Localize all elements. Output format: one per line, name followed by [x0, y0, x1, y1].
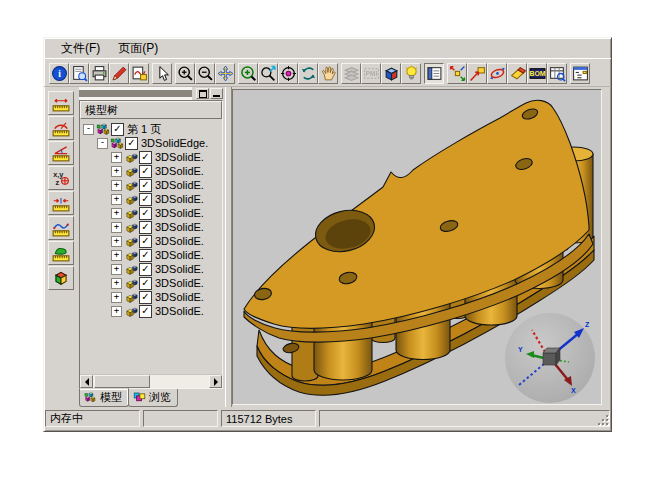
- orientation-sphere[interactable]: Z X Y: [505, 313, 595, 403]
- toolbar-group-1: [152, 63, 172, 84]
- measure-radius-button[interactable]: [48, 116, 74, 140]
- expander-minus[interactable]: -: [83, 124, 94, 135]
- visibility-checkbox[interactable]: ✓: [111, 123, 124, 136]
- visibility-checkbox[interactable]: ✓: [139, 151, 152, 164]
- measure-length-button[interactable]: [48, 91, 74, 115]
- panel-gripper[interactable]: [77, 87, 225, 100]
- part-icon: [124, 248, 139, 263]
- tree-item-label: 3DSolidE.: [155, 151, 204, 163]
- visibility-checkbox[interactable]: ✓: [139, 165, 152, 178]
- measure-curve-button[interactable]: [48, 216, 74, 240]
- scrollbar-thumb[interactable]: [94, 375, 150, 388]
- pan-button[interactable]: [215, 63, 235, 84]
- panel-hide-button[interactable]: [210, 88, 223, 99]
- panel-grip-handle[interactable]: [79, 87, 192, 100]
- tree-horizontal-scrollbar[interactable]: [80, 374, 222, 388]
- measure-radius-icon: [52, 119, 70, 137]
- cursor-icon: [154, 65, 171, 82]
- expander-plus[interactable]: +: [111, 292, 122, 303]
- tree-item-label: 3DSolidE.: [155, 277, 204, 289]
- visibility-checkbox[interactable]: ✓: [139, 291, 152, 304]
- panel-restore-button[interactable]: [196, 88, 209, 99]
- visibility-checkbox[interactable]: ✓: [139, 277, 152, 290]
- markup-manager-button[interactable]: [129, 63, 149, 84]
- expander-plus[interactable]: +: [111, 194, 122, 205]
- info-button[interactable]: [49, 63, 69, 84]
- measure-volume-button[interactable]: [48, 266, 74, 290]
- visibility-checkbox[interactable]: ✓: [139, 305, 152, 318]
- expander-plus[interactable]: +: [111, 166, 122, 177]
- orbit-button[interactable]: [298, 63, 318, 84]
- zoom-in-button[interactable]: [175, 63, 195, 84]
- zoom-extents-button[interactable]: [258, 63, 278, 84]
- part-icon: [124, 234, 139, 249]
- expander-plus[interactable]: +: [111, 264, 122, 275]
- visibility-checkbox[interactable]: ✓: [125, 137, 138, 150]
- markup-icon: [131, 65, 148, 82]
- expander-plus[interactable]: +: [111, 278, 122, 289]
- measure-length-icon: [52, 94, 70, 112]
- markup-pen-button[interactable]: [109, 63, 129, 84]
- view-orientation-button[interactable]: [381, 63, 401, 84]
- status-panel-2: 115712 Bytes: [221, 410, 316, 427]
- expander-plus[interactable]: +: [111, 152, 122, 163]
- measure-angle-icon: [52, 144, 70, 162]
- visibility-checkbox[interactable]: ✓: [139, 207, 152, 220]
- panel-splitter[interactable]: [225, 87, 232, 407]
- visibility-checkbox[interactable]: ✓: [139, 221, 152, 234]
- tree-item-label: 3DSolidE.: [155, 249, 204, 261]
- visibility-checkbox[interactable]: ✓: [139, 235, 152, 248]
- visibility-checkbox[interactable]: ✓: [139, 263, 152, 276]
- measure-angle-button[interactable]: [48, 141, 74, 165]
- measure-distance-button[interactable]: [48, 191, 74, 215]
- menu-item-file[interactable]: 文件(F): [52, 38, 109, 59]
- scroll-right-button[interactable]: [209, 375, 222, 388]
- tree-row-part-7: +✓3DSolidE.: [82, 248, 222, 262]
- visibility-checkbox[interactable]: ✓: [139, 193, 152, 206]
- menu-bar: 文件(F)页面(P): [44, 38, 611, 58]
- status-bar: 内存中115712 Bytes: [44, 407, 611, 431]
- visibility-checkbox[interactable]: ✓: [139, 249, 152, 262]
- measure-coordinate-button[interactable]: [48, 166, 74, 190]
- fly-to-button[interactable]: [467, 63, 487, 84]
- select-button[interactable]: [152, 63, 172, 84]
- scrollbar-track[interactable]: [93, 375, 209, 388]
- erase-markup-button[interactable]: [507, 63, 527, 84]
- expander-plus[interactable]: +: [111, 236, 122, 247]
- zoom-window-button[interactable]: [238, 63, 258, 84]
- expander-minus[interactable]: -: [97, 138, 108, 149]
- tab-model[interactable]: 模型: [79, 388, 129, 407]
- model-tree-toggle-button[interactable]: [570, 63, 590, 84]
- expander-plus[interactable]: +: [111, 222, 122, 233]
- measure-area-button[interactable]: [48, 241, 74, 265]
- orbit-icon: [300, 65, 317, 82]
- zoom-out-button[interactable]: [195, 63, 215, 84]
- tree-row-part-5: +✓3DSolidE.: [82, 220, 222, 234]
- expander-plus[interactable]: +: [111, 180, 122, 191]
- panel-tab-bar: 模型浏览: [77, 389, 225, 407]
- right-margin-strip: [602, 87, 611, 407]
- lighting-button[interactable]: [401, 63, 421, 84]
- part-icon: [124, 220, 139, 235]
- rotate-object-button[interactable]: [487, 63, 507, 84]
- explode-view-button[interactable]: [447, 63, 467, 84]
- pan-hand-button[interactable]: [318, 63, 338, 84]
- bom-button[interactable]: [527, 63, 547, 84]
- main-toolbar: [44, 58, 611, 87]
- toolbar-group-6: [447, 63, 567, 84]
- scroll-left-button[interactable]: [80, 375, 93, 388]
- menu-item-page[interactable]: 页面(P): [109, 38, 167, 59]
- tab-browse[interactable]: 浏览: [128, 389, 178, 407]
- expander-plus[interactable]: +: [111, 306, 122, 317]
- print-button[interactable]: [89, 63, 109, 84]
- 3d-viewport[interactable]: Z X Y: [232, 89, 602, 405]
- visibility-checkbox[interactable]: ✓: [139, 179, 152, 192]
- bom-table-button[interactable]: [547, 63, 567, 84]
- expander-plus[interactable]: +: [111, 208, 122, 219]
- resize-grip[interactable]: [597, 414, 610, 427]
- rotate-center-button[interactable]: [278, 63, 298, 84]
- print-preview-button[interactable]: [69, 63, 89, 84]
- expander-plus[interactable]: +: [111, 250, 122, 261]
- document-panel-button[interactable]: [424, 63, 444, 84]
- tab-label: 浏览: [149, 390, 171, 405]
